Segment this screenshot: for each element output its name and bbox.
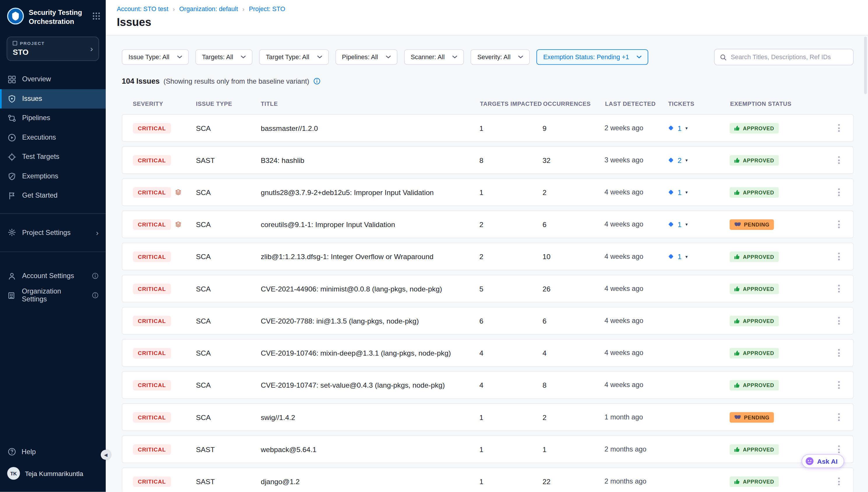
sidebar-item-account-settings[interactable]: Account Settings xyxy=(0,266,106,286)
exemption-status-cell: APPROVED xyxy=(730,187,831,197)
occurrences: 8 xyxy=(542,381,604,389)
sidebar-item-exemptions[interactable]: Exemptions xyxy=(0,167,106,186)
info-icon[interactable] xyxy=(92,292,99,299)
app-header: Security Testing Orchestration xyxy=(0,0,106,30)
info-icon[interactable] xyxy=(313,77,320,85)
issue-title[interactable]: CVE-2020-7788: ini@1.3.5 (lang-pkgs, nod… xyxy=(261,317,479,325)
issue-title[interactable]: gnutls28@3.7.9-2+deb12u5: Improper Input… xyxy=(261,188,479,196)
filter-pill-issue-type[interactable]: Issue Type: All xyxy=(122,49,189,65)
issue-title[interactable]: CVE-2019-10746: mixin-deep@1.3.1 (lang-p… xyxy=(261,349,479,357)
occurrences: 2 xyxy=(542,188,604,196)
tickets-cell[interactable]: 1 ▾ xyxy=(667,220,730,228)
app-grid-icon[interactable] xyxy=(92,7,100,22)
issue-title[interactable]: coreutils@9.1-1: Improper Input Validati… xyxy=(261,220,479,228)
row-menu-button[interactable] xyxy=(833,217,844,232)
filter-pill-severity[interactable]: Severity: All xyxy=(471,49,530,65)
row-menu-button[interactable] xyxy=(833,377,844,393)
issue-title[interactable]: CVE-2021-44906: minimist@0.0.8 (lang-pkg… xyxy=(261,285,479,293)
row-menu-button[interactable] xyxy=(833,281,844,296)
sidebar-item-organization-settings[interactable]: Organization Settings xyxy=(0,286,106,305)
sidebar-collapse-button[interactable]: ◀ xyxy=(101,450,111,460)
severity-cell: CRITICAL xyxy=(133,348,196,358)
gear-icon xyxy=(7,228,16,237)
issue-title[interactable]: bassmaster//1.2.0 xyxy=(261,124,479,132)
sidebar-item-label: Issues xyxy=(22,95,42,103)
severity-badge: CRITICAL xyxy=(133,348,171,358)
chevron-down-icon xyxy=(637,55,642,58)
issue-row[interactable]: CRITICAL SAST django@1.2 1 22 2 months a… xyxy=(122,468,853,492)
sidebar-item-pipelines[interactable]: Pipelines xyxy=(0,108,106,128)
page-title: Issues xyxy=(117,16,857,29)
issue-row[interactable]: CRITICAL SCA zlib@1:1.2.13.dfsg-1: Integ… xyxy=(122,243,853,270)
page-content: Issue Type: All Targets: All Target Type… xyxy=(106,35,868,492)
row-menu-button[interactable] xyxy=(833,152,844,168)
row-menu-button[interactable] xyxy=(833,474,844,489)
issue-row[interactable]: CRITICAL SCA CVE-2021-44906: minimist@0.… xyxy=(122,275,853,302)
chevron-right-icon: › xyxy=(90,44,93,53)
filter-pill-targets[interactable]: Targets: All xyxy=(195,49,253,65)
occurrences: 6 xyxy=(542,317,604,325)
issue-row[interactable]: CRITICAL SAST B324: hashlib 8 32 3 weeks… xyxy=(122,146,853,174)
sidebar-item-project-settings[interactable]: Project Settings › xyxy=(0,221,106,243)
issue-row[interactable]: CRITICAL SCA swig//1.4.2 1 2 1 month ago… xyxy=(122,403,853,431)
sidebar-item-executions[interactable]: Executions xyxy=(0,128,106,147)
issue-title[interactable]: CVE-2019-10747: set-value@0.4.3 (lang-pk… xyxy=(261,381,479,389)
search-input[interactable] xyxy=(731,54,848,60)
column-header-issue-type: ISSUE TYPE xyxy=(196,100,261,107)
tickets-cell[interactable]: 2 ▾ xyxy=(667,156,730,164)
row-menu-button[interactable] xyxy=(833,120,844,136)
issue-row[interactable]: CRITICAL SCA bassmaster//1.2.0 1 9 2 wee… xyxy=(122,114,853,142)
sidebar-item-label: Overview xyxy=(22,75,51,83)
jira-ticket-icon xyxy=(667,157,674,164)
issue-title[interactable]: swig//1.4.2 xyxy=(261,413,479,421)
sidebar-item-help[interactable]: Help xyxy=(0,443,106,460)
info-icon[interactable] xyxy=(92,272,99,279)
row-menu-button[interactable] xyxy=(833,184,844,200)
sidebar-item-issues[interactable]: Issues xyxy=(0,89,106,108)
tickets-cell[interactable]: 1 ▾ xyxy=(667,124,730,132)
organization-icon xyxy=(7,291,16,300)
issue-title[interactable]: django@1.2 xyxy=(261,477,479,486)
breadcrumb-link-project[interactable]: Project: STO xyxy=(249,5,285,12)
filter-pill-pipelines[interactable]: Pipelines: All xyxy=(335,49,397,65)
row-menu-button[interactable] xyxy=(833,249,844,264)
last-detected: 4 weeks ago xyxy=(604,349,667,357)
exemption-status-cell: APPROVED xyxy=(730,283,831,294)
sidebar-item-overview[interactable]: Overview xyxy=(0,70,106,89)
issue-row[interactable]: CRITICAL SAST webpack@5.64.1 1 1 2 month… xyxy=(122,436,853,463)
issue-row[interactable]: CRITICAL SCA CVE-2020-7788: ini@1.3.5 (l… xyxy=(122,307,853,335)
chevron-down-icon xyxy=(452,55,457,58)
project-selector[interactable]: PROJECT STO › xyxy=(7,36,99,60)
issue-row[interactable]: CRITICAL SCA coreutils@9.1-1: Improper I… xyxy=(122,211,853,238)
issue-title[interactable]: B324: hashlib xyxy=(261,156,479,164)
exemption-status-badge: APPROVED xyxy=(730,283,779,294)
issue-title[interactable]: webpack@5.64.1 xyxy=(261,445,479,453)
ticket-count: 1 xyxy=(678,188,682,196)
user-profile[interactable]: TK Teja Kummarikuntla xyxy=(0,460,106,487)
filter-pill-scanner[interactable]: Scanner: All xyxy=(404,49,464,65)
approved-icon xyxy=(734,478,740,485)
search-box[interactable] xyxy=(714,49,854,65)
filter-pill-exemption-status[interactable]: Exemption Status: Pending +1 xyxy=(536,49,648,65)
breadcrumb-link-organization[interactable]: Organization: default xyxy=(179,5,238,12)
occurrences: 1 xyxy=(542,445,604,453)
issue-title[interactable]: zlib@1:1.2.13.dfsg-1: Integer Overflow o… xyxy=(261,252,479,261)
issue-row[interactable]: CRITICAL SCA CVE-2019-10747: set-value@0… xyxy=(122,371,853,399)
occurrences: 9 xyxy=(542,124,604,132)
ask-ai-button[interactable]: Ask AI xyxy=(801,454,844,468)
breadcrumb-link-account[interactable]: Account: STO test xyxy=(117,5,168,12)
row-menu-button[interactable] xyxy=(833,345,844,361)
tickets-cell[interactable]: 1 ▾ xyxy=(667,252,730,261)
sidebar-item-test-targets[interactable]: Test Targets xyxy=(0,147,106,167)
filter-pill-target-type[interactable]: Target Type: All xyxy=(259,49,328,65)
sidebar-item-get-started[interactable]: Get Started xyxy=(0,186,106,205)
row-menu-button[interactable] xyxy=(833,409,844,425)
issue-row[interactable]: CRITICAL SCA gnutls28@3.7.9-2+deb12u5: I… xyxy=(122,178,853,206)
chevron-down-icon: ▾ xyxy=(685,190,688,195)
tickets-cell[interactable]: 1 ▾ xyxy=(667,188,730,196)
issue-row[interactable]: CRITICAL SCA CVE-2019-10746: mixin-deep@… xyxy=(122,339,853,367)
user-name: Teja Kummarikuntla xyxy=(25,470,83,477)
scrollbar[interactable] xyxy=(864,36,867,94)
severity-cell: CRITICAL xyxy=(133,444,196,454)
row-menu-button[interactable] xyxy=(833,313,844,328)
